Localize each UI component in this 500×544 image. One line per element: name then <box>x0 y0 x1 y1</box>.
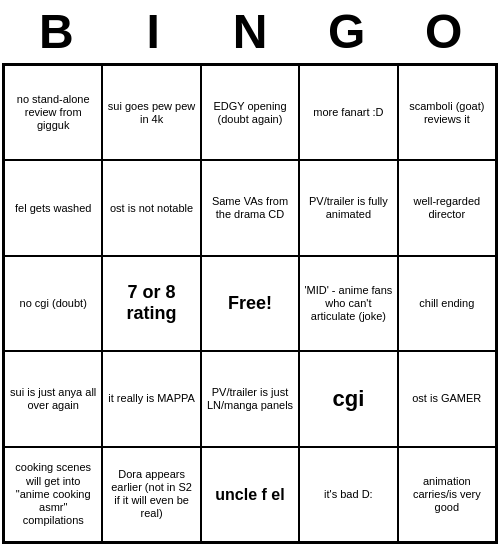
bingo-cell-14: chill ending <box>398 256 496 351</box>
bingo-grid: no stand-alone review from gigguksui goe… <box>2 63 498 544</box>
bingo-cell-12: Free! <box>201 256 299 351</box>
bingo-cell-9: well-regarded director <box>398 160 496 255</box>
bingo-cell-11: 7 or 8 rating <box>102 256 200 351</box>
bingo-cell-5: fel gets washed <box>4 160 102 255</box>
bingo-cell-2: EDGY opening (doubt again) <box>201 65 299 160</box>
bingo-cell-16: it really is MAPPA <box>102 351 200 446</box>
title-letter-n: N <box>202 4 299 59</box>
bingo-cell-15: sui is just anya all over again <box>4 351 102 446</box>
bingo-cell-3: more fanart :D <box>299 65 397 160</box>
title-letter-g: G <box>298 4 395 59</box>
bingo-cell-22: uncle f el <box>201 447 299 542</box>
title-letter-b: B <box>8 4 105 59</box>
bingo-cell-18: cgi <box>299 351 397 446</box>
title-letter-o: O <box>395 4 492 59</box>
bingo-cell-23: it's bad D: <box>299 447 397 542</box>
bingo-cell-1: sui goes pew pew in 4k <box>102 65 200 160</box>
bingo-title: B I N G O <box>0 0 500 63</box>
bingo-cell-17: PV/trailer is just LN/manga panels <box>201 351 299 446</box>
bingo-cell-13: 'MID' - anime fans who can't articulate … <box>299 256 397 351</box>
title-letter-i: I <box>105 4 202 59</box>
bingo-cell-6: ost is not notable <box>102 160 200 255</box>
bingo-cell-8: PV/trailer is fully animated <box>299 160 397 255</box>
bingo-cell-10: no cgi (doubt) <box>4 256 102 351</box>
bingo-cell-20: cooking scenes will get into "anime cook… <box>4 447 102 542</box>
bingo-cell-19: ost is GAMER <box>398 351 496 446</box>
bingo-cell-4: scamboli (goat) reviews it <box>398 65 496 160</box>
bingo-cell-0: no stand-alone review from gigguk <box>4 65 102 160</box>
bingo-cell-7: Same VAs from the drama CD <box>201 160 299 255</box>
bingo-cell-24: animation carries/is very good <box>398 447 496 542</box>
bingo-cell-21: Dora appears earlier (not in S2 if it wi… <box>102 447 200 542</box>
